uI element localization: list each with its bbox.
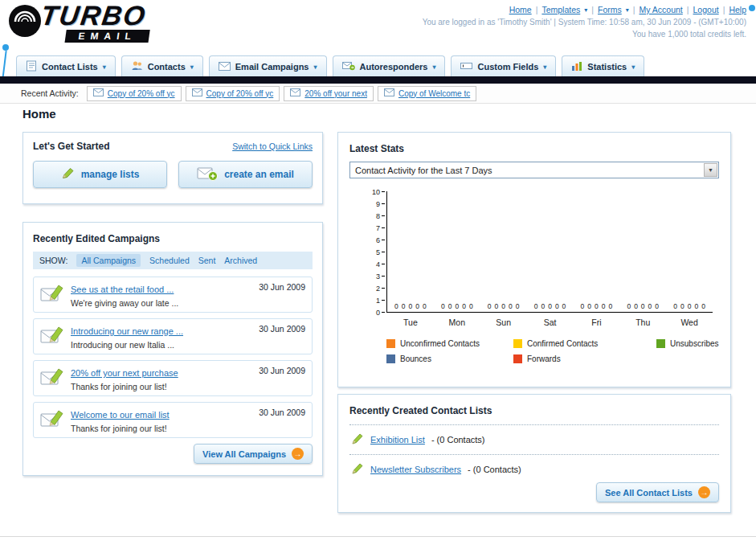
campaign-subtitle: We're giving away our late ...	[71, 298, 252, 308]
tab-label: Email Campaigns	[235, 62, 309, 72]
separator: |	[591, 4, 594, 16]
filter-all-campaigns[interactable]: All Campaigns	[76, 254, 141, 267]
manage-lists-button[interactable]: manage lists	[33, 161, 167, 188]
campaign-row[interactable]: 20% off your next purchase Thanks for jo…	[33, 360, 313, 396]
nav-divider-bar	[0, 76, 756, 84]
stats-period-value: Contact Activity for the Last 7 Days	[355, 166, 492, 175]
campaign-subtitle: Thanks for joining our list!	[71, 424, 252, 433]
latest-stats-title: Latest Stats	[349, 143, 404, 154]
chevron-down-icon: ▾	[543, 64, 546, 71]
nav-link-home[interactable]: Home	[509, 4, 532, 16]
switch-quick-links[interactable]: Switch to Quick Links	[232, 141, 313, 151]
envelope-pencil-icon	[40, 325, 64, 349]
create-email-label: create an email	[224, 169, 294, 180]
campaign-row[interactable]: See us at the retail food ... We're givi…	[33, 277, 313, 313]
nav-link-help[interactable]: Help	[729, 4, 746, 16]
recent-activity-item[interactable]: Copy of 20% off yc	[186, 86, 280, 101]
logo-word-email: EMAIL	[64, 30, 150, 43]
campaign-date: 30 Jun 2009	[259, 324, 305, 334]
logo-word-turbo: TURBO	[39, 0, 149, 31]
campaign-title-link[interactable]: 20% off your next purchase	[71, 368, 178, 378]
dropdown-arrow-icon: ▼	[704, 163, 717, 177]
arrow-right-icon: →	[292, 448, 304, 460]
filter-scheduled[interactable]: Scheduled	[149, 256, 190, 265]
nav-link-my-account[interactable]: My Account	[640, 4, 683, 16]
chevron-down-icon: ▾	[626, 4, 629, 16]
chart-zero-values: 00000	[627, 302, 659, 310]
campaign-title-link[interactable]: See us at the retail food ...	[71, 285, 174, 294]
tab-label: Statistics	[587, 62, 627, 72]
tab-label: Contact Lists	[42, 62, 98, 72]
create-email-button[interactable]: create an email	[178, 161, 313, 188]
legend-label: Confirmed Contacts	[527, 339, 598, 348]
stats-period-dropdown[interactable]: Contact Activity for the Last 7 Days ▼	[349, 162, 719, 178]
legend-label: Forwards	[527, 354, 561, 363]
get-started-title: Let's Get Started	[33, 141, 110, 152]
nav-link-forms[interactable]: Forms	[598, 4, 622, 16]
see-all-contact-lists-label: See All Contact Lists	[605, 488, 693, 498]
legend-swatch	[656, 339, 665, 348]
envelope-plus-icon	[197, 166, 218, 183]
custom-fields-icon	[460, 61, 472, 72]
campaign-row[interactable]: Introducing our new range ... Introducin…	[33, 318, 313, 354]
chart-zero-values: 00000	[394, 302, 427, 310]
nav-link-logout[interactable]: Logout	[693, 4, 719, 16]
campaign-title-link[interactable]: Welcome to our email list	[71, 410, 170, 420]
decor-edge-dot	[749, 5, 755, 11]
recent-activity-link[interactable]: Copy of 20% off yc	[108, 89, 175, 98]
recent-activity-link[interactable]: 20% off your next	[304, 89, 367, 98]
contact-list-link[interactable]: Exhibition List	[370, 435, 425, 445]
envelope-icon	[384, 88, 394, 98]
recent-activity-item[interactable]: Copy of 20% off yc	[87, 86, 182, 101]
recent-activity-bar: Recent Activity: Copy of 20% off yc Copy…	[0, 84, 756, 104]
contact-list-link[interactable]: Newsletter Subscribers	[370, 465, 461, 474]
campaign-text: 20% off your next purchase Thanks for jo…	[71, 365, 252, 391]
x-axis-day-label: Sat	[527, 318, 574, 327]
contact-lists-icon	[26, 60, 37, 73]
recent-activity-link[interactable]: Copy of Welcome tc	[398, 89, 470, 98]
x-axis-day-label: Mon	[434, 318, 480, 327]
chart-zero-values: 00000	[488, 302, 520, 310]
tab-contact-lists[interactable]: Contact Lists ▾	[16, 55, 116, 77]
tab-contacts[interactable]: Contacts ▾	[121, 55, 203, 77]
credits-info: You have 1,000 total credits left.	[423, 28, 746, 40]
latest-stats-panel: Latest Stats Contact Activity for the La…	[337, 132, 731, 387]
pencil-icon	[351, 432, 364, 447]
chart-zero-values: 00000	[534, 302, 566, 310]
campaign-title-link[interactable]: Introducing our new range ...	[71, 326, 183, 336]
turbo-email-logo[interactable]: TURBO EMAIL	[6, 2, 151, 43]
nav-link-templates[interactable]: Templates	[541, 4, 580, 16]
chart-day-group: 00000Sun	[480, 191, 527, 312]
header-nav: Home| Templates▾| Forms▾| My Account| Lo…	[423, 4, 746, 16]
y-axis-tick: 4	[362, 264, 385, 264]
x-axis-day-label: Thu	[619, 318, 666, 327]
legend-item: Confirmed Contacts	[513, 339, 656, 348]
tab-statistics[interactable]: Statistics ▾	[562, 55, 644, 77]
recent-activity-link[interactable]: Copy of 20% off yc	[206, 89, 274, 98]
see-all-contact-lists-button[interactable]: See All Contact Lists →	[596, 482, 719, 502]
chart-day-group: 00000Thu	[619, 191, 666, 312]
tab-autoresponders[interactable]: Autoresponders ▾	[333, 55, 446, 77]
contact-list-item[interactable]: Exhibition List - (0 Contacts)	[349, 425, 719, 455]
tab-custom-fields[interactable]: Custom Fields ▾	[451, 55, 556, 77]
header: TURBO EMAIL Home| Templates▾| Forms▾| My…	[0, 0, 756, 55]
view-all-campaigns-button[interactable]: View All Campaigns →	[194, 444, 313, 464]
chevron-down-icon: ▾	[584, 4, 587, 16]
legend-label: Bounces	[400, 354, 431, 363]
tab-email-campaigns[interactable]: Email Campaigns ▾	[209, 55, 327, 77]
y-axis-tick: 1	[362, 300, 385, 301]
main-nav-tabs: Contact Lists ▾ Contacts ▾ Email Campaig…	[16, 55, 644, 77]
chevron-down-icon: ▾	[103, 64, 106, 71]
envelope-pencil-icon	[40, 367, 64, 391]
campaign-row[interactable]: Welcome to our email list Thanks for joi…	[33, 402, 313, 438]
arrow-right-icon: →	[698, 486, 710, 498]
filter-sent[interactable]: Sent	[198, 256, 216, 265]
recent-activity-item[interactable]: Copy of Welcome tc	[378, 86, 476, 101]
legend-swatch	[386, 339, 395, 348]
filter-archived[interactable]: Archived	[224, 256, 257, 265]
view-all-campaigns-label: View All Campaigns	[202, 449, 286, 459]
contact-list-count: - (0 Contacts)	[431, 435, 485, 445]
y-axis-tick: 10	[362, 191, 385, 192]
contact-list-item[interactable]: Newsletter Subscribers - (0 Contacts)	[349, 455, 719, 484]
recent-activity-item[interactable]: 20% off your next	[284, 86, 374, 101]
